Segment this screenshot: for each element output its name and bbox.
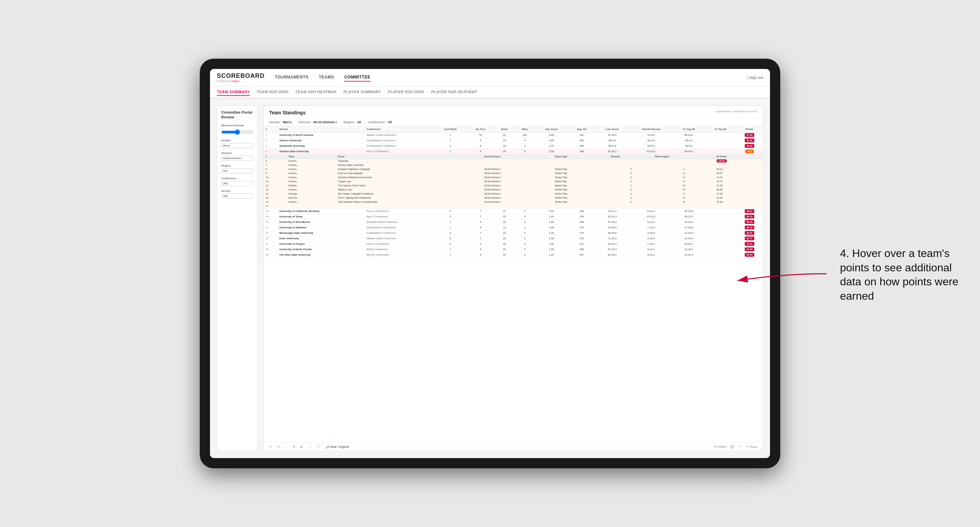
undo-icon[interactable]: ↺ [269, 445, 272, 449]
tablet-frame: SCOREBOARD Powered by clippd TOURNAMENTS… [200, 59, 780, 468]
sidebar-label-conference: Conference [221, 177, 253, 180]
annotation: 4. Hover over a team's points to see add… [840, 246, 970, 303]
school-select[interactable]: (All) [221, 194, 253, 198]
table-container: # School Conference Conf Rank No Tour Bn… [264, 126, 763, 442]
expanded-header: # Team Event Event Division Event Type R… [264, 154, 763, 159]
col-vs50: Vs Top 50 [705, 126, 736, 132]
filter-division: Division: NCAA Division I [298, 121, 337, 124]
sidebar-title: Committee Portal Review [221, 110, 253, 120]
col-overall: Overall Record [629, 126, 673, 132]
points-cell[interactable]: 97.03 [736, 132, 763, 138]
division-select[interactable]: NCAA Division I [221, 156, 253, 161]
table-row: 25 University of North Florida ASUN Conf… [264, 247, 763, 252]
table-row: 2 Auburn University Southeastern Confere… [264, 138, 763, 143]
panel-header: Team Standings Update time: 13/03/2024 1… [264, 106, 763, 118]
wins-cell: 262 [515, 132, 535, 138]
sign-out-button[interactable]: | Sign out [748, 75, 763, 79]
col-school: School [277, 126, 364, 132]
expanded-row-item: 12 Florida I The Cypress Point Classic N… [264, 184, 763, 188]
nav-committee[interactable]: COMMITTEE [344, 73, 371, 82]
filter-conference-value: All [388, 121, 392, 124]
arrow-svg [731, 267, 833, 294]
conf-rank-cell: 1 [434, 132, 467, 138]
redo-icon[interactable]: ↻ [277, 445, 280, 449]
copy-icon[interactable]: ⧉ [293, 445, 295, 449]
sidebar-division: Division NCAA Division I [221, 152, 253, 161]
content-area: Committee Portal Review Minimum Rounds G… [210, 98, 770, 458]
col-avg-sg: Avg. SG [568, 126, 595, 132]
info-icon[interactable]: ⓘ [317, 444, 320, 449]
expanded-row-item: 15 East Ter... OFCC Fighting Illini Invi… [264, 196, 763, 200]
sub-nav-team-h2h-grid[interactable]: TEAM H2H GRID [257, 88, 288, 96]
sidebar: Committee Portal Review Minimum Rounds G… [217, 105, 258, 451]
expanded-row-item: 6 Univers... University 139. [264, 159, 763, 163]
col-conf-rank: Conf Rank [434, 126, 467, 132]
filter-region-value: All [357, 121, 361, 124]
nav-teams[interactable]: TEAMS [319, 73, 334, 82]
expanded-tooltip-row: # Team Event Event Division Event Type R… [264, 154, 763, 208]
filter-region: Region: All [344, 121, 361, 124]
table-row-highlighted: 4 Arizona State University Pac-12 Confer… [264, 149, 763, 154]
table-row: 3 Vanderbilt University Southeastern Con… [264, 143, 763, 149]
avg-sg-cell: 252 [568, 132, 595, 138]
expanded-row-item: 14 Georgia Ben Hogan Collegiate Invitati… [264, 192, 763, 196]
region-select[interactable]: N/A [221, 168, 253, 173]
vs50-cell [705, 132, 736, 138]
expanded-table: # Team Event Event Division Event Type R… [264, 154, 763, 208]
overall-cell: 13-9-0 [629, 132, 673, 138]
sidebar-label-division: Division [221, 152, 253, 155]
rank-cell: 1 [264, 132, 277, 138]
expanded-row-item: 16 Univers... 2023 Sahalee Players Champ… [264, 200, 763, 204]
standings-table: # School Conference Conf Rank No Tour Bn… [264, 126, 763, 258]
expanded-row-item: 7 Univers... Arizona State University [264, 163, 763, 167]
filters-row: Gender: Men's Division: NCAA Division I … [264, 118, 763, 126]
col-wins: Wins [515, 126, 535, 132]
conf-cell: Atlantic Coast Conference [365, 132, 434, 138]
table-row: 23 Duke University Atlantic Coast Confer… [264, 236, 763, 241]
panel-title: Team Standings [269, 110, 305, 115]
sub-nav-team-summary[interactable]: TEAM SUMMARY [217, 88, 250, 96]
nav-tournaments[interactable]: TOURNAMENTS [275, 73, 309, 82]
table-row: 22 Mississippi State University Southeas… [264, 230, 763, 236]
share-icon[interactable]: ↗ Share [745, 445, 757, 449]
filter-division-label: Division: [298, 121, 312, 124]
expanded-row-item: 10 Univers... National Invitational Tour… [264, 175, 763, 179]
min-rounds-slider[interactable] [221, 129, 253, 135]
gender-select[interactable]: Men's [221, 143, 253, 148]
watch-icon[interactable]: 👁 Watch [714, 445, 727, 449]
table-row: 26 The Ohio State University Big Ten Con… [264, 252, 763, 258]
sub-nav-team-h2h-heatmap[interactable]: TEAM H2H HEATMAP [295, 88, 337, 96]
col-adj-score: Adj. Score [535, 126, 568, 132]
vs25-cell: 50-10-0 [673, 132, 705, 138]
table-row: 18 University of California, Berkeley Pa… [264, 208, 763, 214]
bnds-cell: 31 [494, 132, 515, 138]
sidebar-min-rounds: Minimum Rounds [221, 124, 253, 135]
main-nav: TOURNAMENTS TEAMS COMMITTEE [275, 73, 748, 82]
table-row: 24 University of Oregon Pac-12 Conferenc… [264, 241, 763, 247]
conf-cell: Southeastern Conference [365, 138, 434, 143]
col-rank: # [264, 126, 277, 132]
sub-nav-player-summary[interactable]: PLAYER SUMMARY [344, 88, 381, 96]
sidebar-conference: Conference (All) [221, 177, 253, 186]
sidebar-gender: Gender Men's [221, 139, 253, 148]
logo-sub: Powered by clippd [217, 79, 265, 83]
table-row: 20 University of New Mexico Mountain Wes… [264, 219, 763, 225]
sub-nav-player-h2h-grid[interactable]: PLAYER H2H GRID [388, 88, 425, 96]
expanded-row-item: 17 [264, 204, 763, 208]
dash-icon[interactable]: — [308, 445, 312, 449]
sub-nav-player-h2h-heatmap[interactable]: PLAYER H2H HEATMAP [431, 88, 477, 96]
comment-icon[interactable]: 💬 [730, 445, 734, 449]
top-nav: SCOREBOARD Powered by clippd TOURNAMENTS… [210, 69, 770, 86]
filter-gender-label: Gender: [269, 121, 281, 124]
filter-gender: Gender: Men's [269, 121, 292, 124]
filter-gender-value: Men's [283, 121, 292, 124]
table-row: 19 University of Texas Big 12 Conference… [264, 214, 763, 219]
refresh-icon[interactable]: ↓ [285, 445, 287, 449]
rank-cell: 2 [264, 138, 277, 143]
fullscreen-icon[interactable]: ⛶ [738, 445, 741, 449]
grid-icon[interactable]: ⊞ [300, 445, 303, 449]
annotation-text: 4. Hover over a team's points to see add… [840, 246, 970, 303]
filter-division-value: NCAA Division I [313, 121, 337, 124]
conference-select[interactable]: (All) [221, 181, 253, 186]
col-low-score: Low Score [595, 126, 629, 132]
